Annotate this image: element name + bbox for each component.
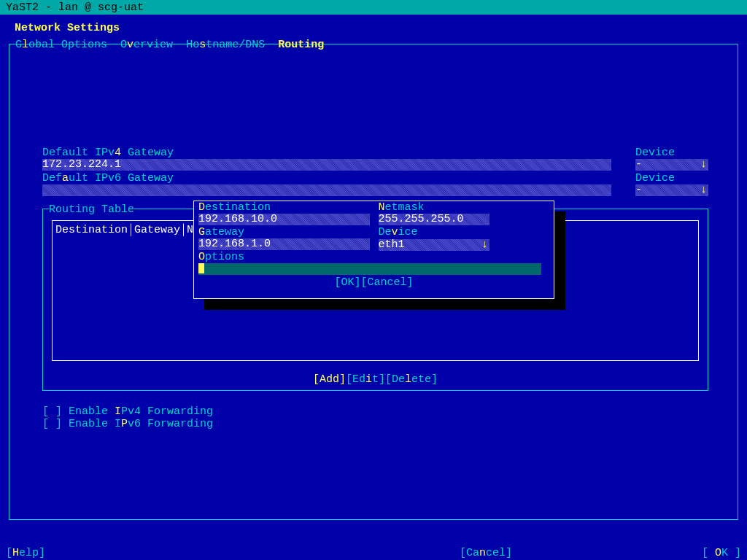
ipv4-gateway-row: Default IPv4 Gateway Device 172.23.224.1…: [42, 147, 708, 171]
bottom-bar: [Help] [Cancel] [ OK ]: [0, 545, 747, 560]
ipv6-forwarding-checkbox[interactable]: [ ] Enable IPv6 Forwarding: [42, 418, 213, 430]
tab-row: Global Options──Overview──Hostname/DNS──…: [9, 39, 738, 51]
options-label: Options: [194, 251, 554, 263]
add-button[interactable]: [Add]: [313, 373, 346, 386]
ok-button[interactable]: [ OK ]: [702, 547, 741, 559]
routing-buttons: [Add][Edit][Delete]: [43, 373, 708, 386]
netmask-label: Netmask: [379, 201, 550, 214]
tab-routing[interactable]: Routing: [278, 39, 324, 51]
ipv4-device-label: Device: [635, 147, 708, 159]
route-edit-dialog: Destination 192.168.10.0 Netmask 255.255…: [193, 201, 554, 299]
tab-global-options[interactable]: Global Options: [15, 39, 107, 51]
ipv4-forwarding-checkbox[interactable]: [ ] Enable IPv4 Forwarding: [42, 405, 213, 418]
ipv4-device-select[interactable]: -↓: [635, 159, 708, 171]
gateway-input[interactable]: 192.168.1.0: [198, 238, 370, 250]
destination-label: Destination: [198, 201, 370, 214]
dialog-cancel-button[interactable]: [Cancel]: [361, 276, 414, 289]
cancel-button[interactable]: [Cancel]: [460, 547, 512, 559]
chevron-down-icon: ↓: [481, 239, 488, 251]
delete-button[interactable]: [Delete]: [385, 373, 438, 386]
tab-overview[interactable]: Overview: [120, 39, 173, 51]
tab-hostname-dns[interactable]: Hostname/DNS: [186, 39, 265, 51]
options-input[interactable]: [198, 263, 541, 275]
device-select[interactable]: eth1↓: [379, 239, 489, 251]
ipv6-device-label: Device: [635, 172, 708, 184]
dialog-ok-button[interactable]: [OK]: [334, 276, 360, 289]
chevron-down-icon: ↓: [700, 184, 707, 196]
destination-input[interactable]: 192.168.10.0: [198, 214, 370, 225]
help-button[interactable]: [Help]: [6, 547, 45, 559]
page-title: Network Settings: [0, 15, 747, 34]
ipv4-gateway-input[interactable]: 172.23.224.1: [42, 159, 611, 171]
edit-button[interactable]: [Edit]: [346, 373, 385, 386]
ipv4-gateway-label: Default IPv4 Gateway: [42, 147, 174, 159]
gateway-label: Gateway: [198, 226, 370, 238]
forwarding-checks: [ ] Enable IPv4 Forwarding [ ] Enable IP…: [42, 405, 213, 430]
device-label: Device: [379, 226, 550, 238]
ipv6-device-select[interactable]: -↓: [635, 184, 708, 196]
netmask-input[interactable]: 255.255.255.0: [379, 214, 489, 225]
routing-table-title: Routing Table: [49, 203, 134, 216]
title-bar: YaST2 - lan @ scg-uat: [0, 0, 747, 15]
chevron-down-icon: ↓: [700, 159, 707, 171]
ipv6-gateway-row: Default IPv6 Gateway Device -↓: [42, 172, 708, 197]
text-cursor-icon: [198, 263, 204, 273]
ipv6-gateway-input[interactable]: [42, 184, 611, 196]
main-area: Network Settings Global Options──Overvie…: [0, 15, 747, 545]
ipv6-gateway-label: Default IPv6 Gateway: [42, 172, 174, 184]
